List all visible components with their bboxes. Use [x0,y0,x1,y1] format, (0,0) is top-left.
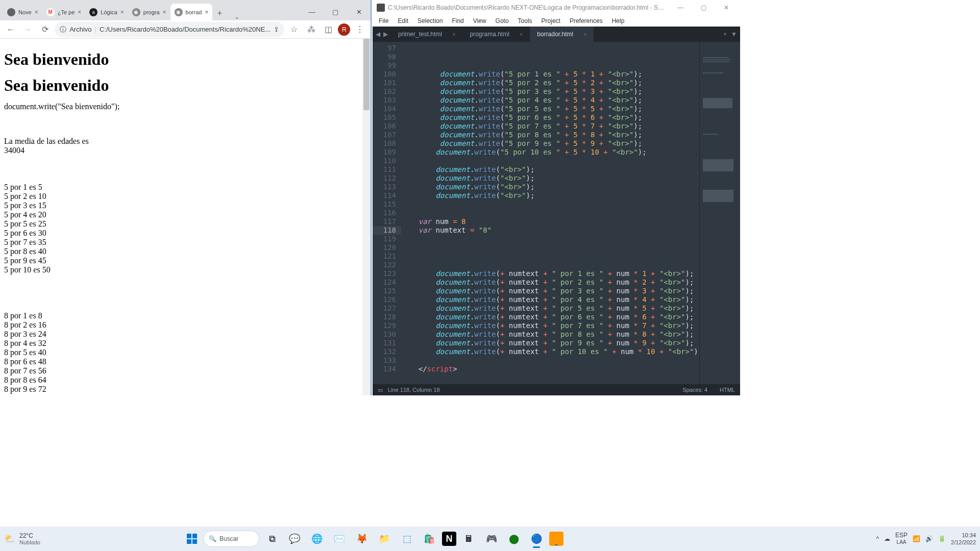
back-button[interactable]: ← [3,22,18,37]
table-row: 8 por 6 es 48 [4,357,366,366]
share-icon[interactable]: ⇪ [274,26,279,33]
minimap[interactable] [699,42,740,384]
bookmark-icon[interactable]: ☆ [286,22,302,37]
minimize-button[interactable]: ― [670,4,691,11]
menu-edit[interactable]: Edit [394,16,412,26]
editor-titlebar: C:\Users\Ricardo Boado\Documents\Ricardo… [373,0,740,15]
close-icon[interactable]: × [205,9,208,16]
menu-file[interactable]: File [375,16,393,26]
vscode-icon[interactable]: ⬚ [397,529,416,548]
code-editor[interactable]: 9798991001011021031041051061071081091101… [373,42,740,384]
table-row: 8 por 4 es 32 [4,339,366,348]
menu-project[interactable]: Project [537,16,565,26]
syntax-mode[interactable]: HTML [720,387,735,393]
editor-tab[interactable]: primer_test.html× [391,27,462,42]
media-value: 34004 [4,146,366,155]
reload-button[interactable]: ⟳ [37,22,53,37]
start-button[interactable] [184,531,200,547]
close-icon[interactable]: × [452,31,455,37]
browser-tab[interactable]: M¿Te pe× [42,4,86,20]
close-icon[interactable]: × [163,9,166,16]
tab-search-icon[interactable]: ⌄ [227,13,247,20]
close-icon[interactable]: × [35,9,38,16]
keyboard-layout: LAA [895,539,908,545]
browser-tab[interactable]: ◉progra× [128,4,170,20]
tray-overflow-icon[interactable]: ^ [876,535,879,542]
table-row: 5 por 8 es 40 [4,247,366,256]
xbox-icon[interactable]: ⬤ [504,529,524,548]
close-icon[interactable]: × [583,31,586,37]
browser-tab-active[interactable]: ◉borrad× [170,4,213,20]
chrome-icon[interactable]: 🔵 [527,529,546,548]
close-icon[interactable]: × [120,9,124,16]
firefox-icon[interactable]: 🦊 [352,529,372,548]
browser-tab[interactable]: Nove× [3,4,42,20]
tab-label: ¿Te pe [58,9,75,15]
editor-tab[interactable]: programa.html× [462,27,530,42]
taskbar-search[interactable]: 🔍Buscar [203,531,259,547]
table-row: 5 por 3 es 15 [4,201,366,210]
task-view-icon[interactable]: ⧉ [262,529,282,548]
edge-icon[interactable]: 🌐 [307,529,327,548]
calculator-icon[interactable]: 🖩 [459,529,479,548]
sidepanel-icon[interactable]: ◫ [321,22,336,37]
table-row: 8 por 10 es 80 [4,394,366,395]
volume-icon[interactable]: 🔊 [925,535,933,542]
wifi-icon[interactable]: 📶 [913,535,920,542]
close-button[interactable]: ✕ [347,4,371,20]
line-gutter: 9798991001011021031041051061071081091101… [373,42,401,384]
browser-tab[interactable]: aLógica× [85,4,128,20]
window-title: C:\Users\Ricardo Boado\Documents\Ricardo… [388,4,667,11]
menu-preferences[interactable]: Preferences [566,16,607,26]
forward-button[interactable]: → [20,22,36,37]
chat-icon[interactable]: 💬 [285,529,304,548]
menu-find[interactable]: Find [448,16,468,26]
editor-tab-active[interactable]: borrador.html× [530,27,594,42]
maximize-button[interactable]: ▢ [694,4,714,11]
sublime-icon[interactable] [549,532,564,546]
dropdown-icon[interactable]: ▼ [731,31,737,38]
extensions-icon[interactable]: ⁂ [304,22,319,37]
explorer-icon[interactable]: 📁 [375,529,394,548]
close-icon[interactable]: × [78,9,81,16]
profile-avatar[interactable]: R [338,23,350,36]
notion-icon[interactable]: N [442,532,456,546]
mail-icon[interactable]: ✉️ [330,529,349,548]
menu-help[interactable]: Help [608,16,629,26]
clock[interactable]: 10:34 2/12/2022 [951,532,976,546]
maximize-button[interactable]: ▢ [324,4,347,20]
table-row: 8 por 1 es 8 [4,311,366,320]
panel-icon[interactable]: ▭ [378,387,383,393]
weather-widget[interactable]: ⛅ 22°C Nublado [4,532,40,545]
menu-view[interactable]: View [469,16,491,26]
menu-goto[interactable]: Goto [492,16,513,26]
table-row: 5 por 2 es 10 [4,192,366,201]
menu-bar: File Edit Selection Find View Goto Tools… [373,15,740,27]
table-row: 8 por 9 es 72 [4,385,366,394]
battery-icon[interactable]: 🔋 [938,535,946,542]
minimize-button[interactable]: ― [300,4,324,20]
new-tab-button[interactable]: + [212,6,227,20]
menu-icon[interactable]: ⋮ [352,22,368,37]
close-icon[interactable]: × [520,31,523,37]
keyboard-lang[interactable]: ESP [895,532,908,539]
menu-tools[interactable]: Tools [514,16,536,26]
indent-setting[interactable]: Spaces: 4 [682,387,707,393]
close-button[interactable]: ✕ [717,4,736,11]
editor-tabstrip: ◀▶ primer_test.html× programa.html× borr… [373,27,740,42]
heading: Sea bienvenido [4,50,366,69]
scrollbar[interactable] [362,39,371,395]
onedrive-icon[interactable]: ☁ [884,535,890,542]
tab-label: programa.html [470,31,509,38]
menu-selection[interactable]: Selection [413,16,447,26]
media-label: La media de las edades es [4,137,366,146]
new-tab-icon[interactable]: + [723,31,727,38]
discord-icon[interactable]: 🎮 [482,529,501,548]
status-bar: ▭ Line 118, Column 18 Spaces: 4 HTML [373,384,740,395]
code-area[interactable]: document.write("5 por 1 es " + 5 * 1 + "… [401,42,699,384]
address-bar[interactable]: ⓘ Archivo | C:/Users/Ricardo%20Boado/Doc… [55,22,284,37]
nav-back-icon[interactable]: ◀ [376,31,380,38]
nav-fwd-icon[interactable]: ▶ [383,31,388,38]
weather-cond: Nublado [19,539,40,545]
store-icon[interactable]: 🛍️ [420,529,439,548]
